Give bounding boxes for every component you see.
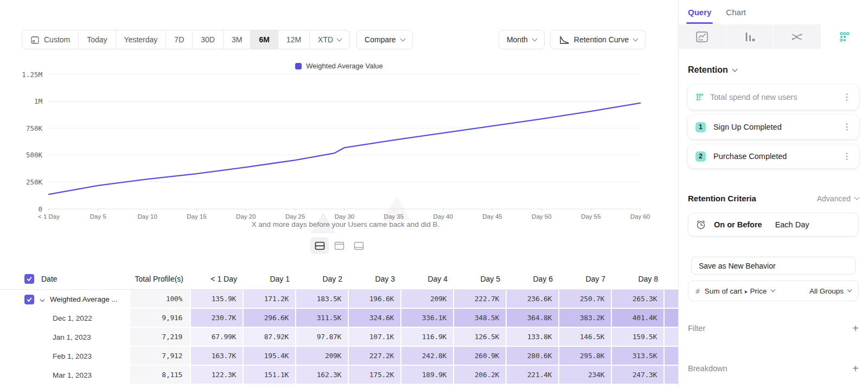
kebab-menu-icon[interactable]: ⋮	[843, 152, 851, 161]
total-profiles-cell: 7,219	[130, 328, 191, 347]
column-header: Day 8	[612, 268, 665, 289]
checkmark-icon	[26, 296, 33, 303]
x-axis-tick: Day 30	[335, 213, 354, 220]
y-axis-tick: 0	[38, 205, 42, 213]
chart-type-button[interactable]: Retention Curve	[550, 30, 646, 49]
retention-value-cell: 209K	[296, 347, 349, 366]
retention-value-cell: 364.8K	[507, 309, 559, 328]
retention-value-cell: 171.2K	[244, 290, 296, 309]
step-sign-up[interactable]: 1 Sign Up Completed ⋮	[688, 115, 859, 139]
y-axis-tick: 1M	[34, 97, 42, 105]
chevron-down-icon	[854, 195, 860, 200]
add-breakdown-button[interactable]: +	[852, 363, 859, 374]
y-axis-tick: 750K	[26, 124, 43, 132]
x-axis-tick: Day 55	[581, 213, 601, 220]
retention-value-cell: 313.5K	[612, 347, 665, 366]
granularity-button[interactable]: Month	[499, 30, 545, 49]
add-filter-button[interactable]: +	[852, 323, 859, 334]
report-type-switcher	[679, 24, 868, 49]
step-number-badge: 2	[695, 151, 706, 162]
kebab-menu-icon[interactable]: ⋮	[843, 93, 851, 101]
retention-value-cell: 146.5K	[559, 328, 612, 347]
retention-value-cell-clipped	[665, 366, 678, 385]
table-row: Mar 1, 20238,115122.3K151.1K162.3K175.2K…	[0, 366, 678, 385]
retention-value-cell: 260.9K	[454, 347, 507, 366]
row-label: Feb 1, 2023	[53, 352, 92, 360]
alarm-clock-icon	[695, 219, 706, 230]
retention-value-cell: 234K	[559, 366, 612, 385]
measure-dropdown[interactable]: Sum of cart Price	[705, 287, 767, 295]
retention-value-cell: 67.99K	[191, 328, 244, 347]
column-header: Day 5	[454, 268, 507, 289]
step-purchase[interactable]: 2 Purchase Completed ⋮	[688, 144, 859, 168]
x-axis-caption: X and more days before your Users came b…	[252, 220, 440, 228]
x-axis-tick: Day 35	[384, 213, 404, 220]
range-30d[interactable]: 30D	[193, 30, 224, 49]
range-12m[interactable]: 12M	[278, 30, 310, 49]
retention-value-cell: 250.7K	[559, 290, 612, 309]
retention-curve-icon	[558, 35, 569, 45]
retention-line[interactable]	[49, 103, 640, 194]
y-axis-tick: 250K	[26, 178, 43, 186]
expand-chevron-icon[interactable]	[40, 297, 44, 301]
y-axis-tick: 1.25M	[22, 71, 42, 79]
retention-value-cell: 209K	[401, 290, 454, 309]
select-all-checkbox[interactable]	[24, 274, 34, 284]
all-groups-dropdown[interactable]: All Groups	[809, 287, 851, 295]
query-panel: Query Chart	[678, 0, 868, 388]
compare-label: Compare	[365, 35, 396, 44]
retention-value-cell: 265.3K	[612, 290, 665, 309]
funnels-button[interactable]	[726, 24, 774, 49]
advanced-label: Advanced	[817, 194, 851, 203]
retention-value-cell: 175.2K	[349, 366, 401, 385]
retention-value-cell: 87.92K	[244, 328, 296, 347]
report-main: CustomTodayYesterday7D30D3M6M12MXTD Comp…	[0, 0, 678, 388]
retention-value-cell: 401.4K	[612, 309, 665, 328]
range-yesterday[interactable]: Yesterday	[116, 30, 167, 49]
tab-chart[interactable]: Chart	[726, 0, 746, 24]
report-toolbar: CustomTodayYesterday7D30D3M6M12MXTD Comp…	[22, 30, 646, 49]
tab-query[interactable]: Query	[688, 0, 711, 24]
retention-value-cell: 122.3K	[191, 366, 244, 385]
total-profiles-cell: 9,916	[130, 309, 191, 328]
criteria-card[interactable]: On or Before Each Day	[688, 213, 859, 237]
range-6m[interactable]: 6M	[251, 30, 278, 49]
funnel-icon	[743, 31, 756, 43]
layout-split-button[interactable]	[310, 237, 329, 254]
range-7d[interactable]: 7D	[166, 30, 193, 49]
flows-button[interactable]	[774, 24, 821, 49]
criteria-window: Each Day	[775, 220, 809, 229]
row-label: Dec 1, 2022	[53, 314, 92, 322]
x-axis-tick: Day 40	[433, 213, 452, 220]
behavior-card[interactable]: Total spend of new users ⋮	[688, 85, 859, 110]
range-today[interactable]: Today	[79, 30, 116, 49]
kebab-menu-icon[interactable]: ⋮	[843, 123, 851, 131]
range-xtd[interactable]: XTD	[310, 30, 349, 49]
row-checkbox[interactable]	[24, 295, 34, 304]
retention-value-cell: 133.8K	[507, 328, 559, 347]
compare-button[interactable]: Compare	[356, 30, 413, 49]
insights-button[interactable]	[679, 24, 726, 49]
save-as-new-behavior-button[interactable]: Save as New Behavior	[691, 257, 856, 275]
layout-table-icon	[354, 241, 364, 250]
chevron-down-icon	[771, 288, 775, 292]
total-profiles-cell: 8,115	[130, 366, 191, 385]
panel-body: Retention Total spend of new users ⋮ 1 S…	[679, 65, 868, 374]
retention-value-cell: 280.6K	[507, 347, 559, 366]
range-custom[interactable]: Custom	[22, 30, 79, 49]
row-label: Weighted Average ...	[50, 295, 118, 303]
retention-value-cell: 196.6K	[349, 290, 401, 309]
table-header-row: DateTotal Profile(s)< 1 DayDay 1Day 2Day…	[0, 268, 678, 290]
layout-table-button[interactable]	[349, 237, 368, 254]
retention-button[interactable]	[821, 24, 868, 49]
retention-value-cell: 247.3K	[612, 366, 665, 385]
range-3m[interactable]: 3M	[224, 30, 251, 49]
section-retention[interactable]: Retention	[688, 65, 859, 75]
retention-value-cell: 230.7K	[191, 309, 244, 328]
layout-chart-button[interactable]	[330, 237, 348, 254]
advanced-dropdown[interactable]: Advanced	[817, 194, 859, 203]
retention-value-cell: 189.9K	[401, 366, 454, 385]
column-header: Day 2	[296, 268, 349, 289]
retention-value-cell: 116.9K	[401, 328, 454, 347]
behavior-name: Total spend of new users	[710, 93, 837, 101]
